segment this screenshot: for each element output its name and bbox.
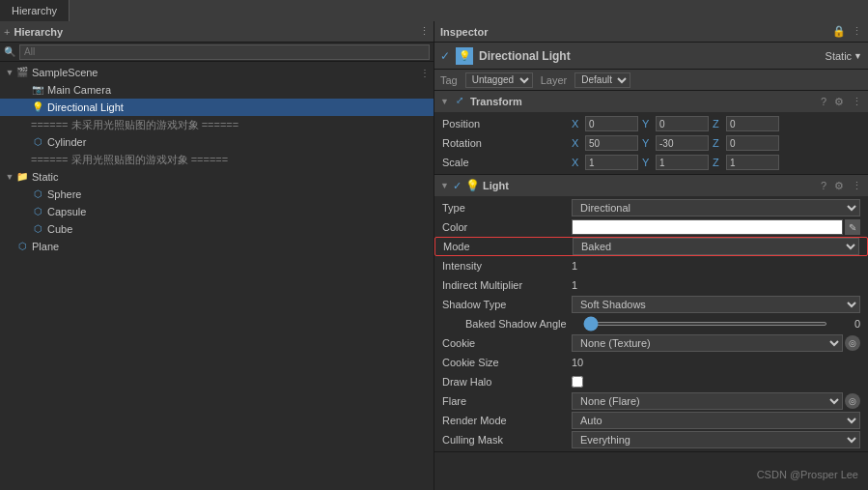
transform-arrow: ▼ (440, 97, 449, 106)
color-row: Color ✎ (434, 217, 868, 237)
draw-halo-label: Draw Halo (442, 376, 568, 388)
rot-x-input[interactable] (585, 135, 638, 151)
light-settings-icon[interactable]: ⚙ (834, 180, 844, 192)
inspector-content: ✓ 💡 Directional Light Static ▼ Tag Untag… (434, 43, 868, 490)
transform-help-icon[interactable]: ? (821, 96, 826, 108)
shadow-type-dropdown[interactable]: Soft Shadows (572, 296, 860, 313)
flare-field: None (Flare) ◎ (572, 392, 860, 410)
add-icon[interactable]: + (4, 26, 10, 38)
baked-shadow-slider[interactable] (583, 322, 827, 326)
render-mode-label: Render Mode (442, 415, 568, 426)
scale-y-input[interactable] (656, 155, 709, 170)
draw-halo-field (572, 376, 583, 388)
hierarchy-tree: ▼ 🎬 SampleScene ⋮ 📷 Main Camera 💡 Direct… (0, 62, 434, 490)
light-active-checkbox[interactable]: ✓ (453, 180, 462, 192)
light-comp-icon: 💡 (465, 179, 479, 192)
intensity-row: Intensity 1 (434, 256, 868, 275)
transform-header[interactable]: ▼ ⤢ Transform ? ⚙ ⋮ (434, 91, 868, 112)
color-field: ✎ (572, 219, 860, 235)
cookie-select[interactable]: None (Texture) (572, 334, 843, 352)
tree-item-directional-light[interactable]: 💡 Directional Light (0, 99, 434, 116)
pos-z-input[interactable] (726, 116, 779, 131)
flare-picker-button[interactable]: ◎ (845, 393, 860, 409)
camera-icon: 📷 (31, 83, 44, 97)
inspector-lock-icon[interactable]: 🔒 (832, 25, 846, 38)
light-menu-icon[interactable]: ⋮ (852, 180, 862, 192)
scale-x-input[interactable] (585, 155, 638, 170)
pos-x-input[interactable] (585, 116, 638, 131)
flare-label: Flare (442, 395, 568, 407)
main-camera-label: Main Camera (47, 84, 111, 96)
pos-z-label: Z (713, 118, 724, 130)
inspector-panel: Inspector 🔒 ⋮ ✓ 💡 Directional Light Stat… (434, 21, 868, 490)
hierarchy-menu-icons[interactable]: ⋮ (419, 25, 430, 38)
tree-item-cube[interactable]: ⬡ Cube (0, 220, 434, 238)
baked-shadow-row: Baked Shadow Angle 0 (434, 314, 868, 333)
tree-item-main-camera[interactable]: 📷 Main Camera (0, 81, 434, 99)
color-picker-button[interactable]: ✎ (845, 219, 860, 235)
hierarchy-title: Hierarchy (14, 26, 63, 38)
shadow-type-row: Shadow Type Soft Shadows (434, 295, 868, 314)
indirect-label: Indirect Multiplier (442, 279, 568, 291)
static-dropdown-arrow[interactable]: ▼ (854, 51, 862, 61)
position-row: Position X Y Z (434, 114, 868, 133)
directional-light-label: Directional Light (47, 101, 124, 113)
search-input[interactable] (19, 44, 430, 60)
scale-row: Scale X Y Z (434, 153, 868, 172)
render-mode-dropdown[interactable]: Auto (572, 412, 860, 429)
scene-menu[interactable]: ⋮ (420, 68, 430, 78)
light-title: Light (483, 180, 817, 191)
tab-hierarchy[interactable]: Hierarchy (0, 0, 70, 21)
intensity-label: Intensity (442, 260, 568, 272)
tag-layer-row: Tag Untagged Layer Default (434, 70, 868, 91)
transform-settings-icon[interactable]: ⚙ (834, 96, 844, 108)
tag-select[interactable]: Untagged (465, 72, 533, 88)
rot-z-input[interactable] (726, 135, 779, 151)
tree-item-capsule[interactable]: ⬡ Capsule (0, 203, 434, 220)
intensity-value: 1 (572, 260, 860, 272)
scale-x-label: X (572, 157, 583, 168)
flare-row: Flare None (Flare) ◎ (434, 391, 868, 411)
object-row: ✓ 💡 Directional Light Static ▼ (434, 43, 868, 70)
sample-scene-label: SampleScene (32, 67, 98, 78)
object-active-checkbox[interactable]: ✓ (440, 49, 450, 63)
baked-shadow-label: Baked Shadow Angle (454, 318, 579, 330)
rotation-row: Rotation X Y Z (434, 133, 868, 153)
tree-item-sample-scene[interactable]: ▼ 🎬 SampleScene ⋮ (0, 64, 434, 81)
tree-item-cylinder[interactable]: ⬡ Cylinder (0, 133, 434, 151)
tree-item-sphere[interactable]: ⬡ Sphere (0, 186, 434, 203)
color-swatch[interactable] (572, 219, 843, 235)
scale-z-label: Z (713, 157, 724, 168)
rotation-label: Rotation (442, 137, 568, 149)
capsule-icon: ⬡ (31, 205, 44, 218)
group-icon: 📁 (15, 170, 29, 184)
tree-item-static-group[interactable]: ▼ 📁 Static (0, 168, 434, 186)
light-body: Type Directional Color ✎ (434, 196, 868, 451)
layer-select[interactable]: Default (574, 72, 630, 88)
indirect-row: Indirect Multiplier 1 (434, 275, 868, 295)
draw-halo-checkbox[interactable] (572, 376, 583, 388)
culling-mask-label: Culling Mask (442, 434, 568, 446)
culling-mask-dropdown[interactable]: Everything (572, 431, 860, 448)
plane-icon: ⬡ (15, 240, 29, 253)
pos-y-input[interactable] (656, 116, 709, 131)
cylinder-label: Cylinder (47, 136, 86, 148)
light-help-icon[interactable]: ? (821, 180, 826, 192)
light-header[interactable]: ▼ ✓ 💡 Light ? ⚙ ⋮ (434, 175, 868, 196)
cube-label: Cube (47, 223, 72, 235)
sphere-icon: ⬡ (31, 187, 44, 201)
transform-menu-icon[interactable]: ⋮ (852, 96, 862, 108)
tree-item-plane[interactable]: ⬡ Plane (0, 238, 434, 255)
type-dropdown[interactable]: Directional (572, 199, 860, 216)
cookie-label: Cookie (442, 337, 568, 349)
rot-x-label: X (572, 137, 583, 149)
mode-label: Mode (443, 241, 569, 252)
scale-z-input[interactable] (726, 155, 779, 170)
cookie-picker-button[interactable]: ◎ (845, 335, 860, 351)
flare-select[interactable]: None (Flare) (572, 392, 843, 410)
arrow-sample-scene: ▼ (4, 68, 15, 77)
mode-dropdown[interactable]: Baked (573, 238, 859, 255)
main-area: + Hierarchy ⋮ 🔍 ▼ 🎬 SampleScene ⋮ 📷 Main… (0, 21, 868, 490)
rot-y-input[interactable] (656, 135, 709, 151)
inspector-menu-icon[interactable]: ⋮ (852, 25, 862, 38)
